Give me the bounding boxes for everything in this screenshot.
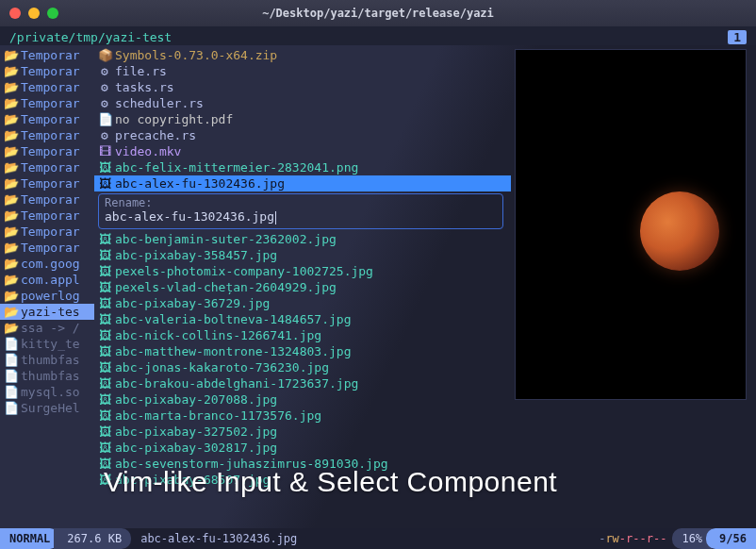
file-item-label: precache.rs bbox=[115, 127, 196, 143]
parent-item-label: Temporar bbox=[21, 47, 80, 63]
file-item[interactable]: 🖼abc-pixabay-36729.jpg bbox=[94, 295, 511, 311]
parent-item-label: ssa -> / bbox=[21, 320, 80, 336]
parent-column[interactable]: 📂Temporar📂Temporar📂Temporar📂Temporar📂Tem… bbox=[0, 45, 94, 528]
file-item[interactable]: 🖼abc-matthew-montrone-1324803.jpg bbox=[94, 343, 511, 359]
parent-item[interactable]: 📂Temporar bbox=[0, 47, 94, 63]
parent-item[interactable]: 📂Temporar bbox=[0, 63, 94, 79]
folder-icon: 📂 bbox=[4, 175, 17, 191]
parent-item[interactable]: 📂Temporar bbox=[0, 143, 94, 159]
file-item-label: abc-marta-branco-1173576.jpg bbox=[115, 408, 321, 424]
parent-item[interactable]: 📂Temporar bbox=[0, 208, 94, 224]
file-item-label: abc-pixabay-302817.jpg bbox=[115, 440, 277, 456]
parent-item-label: thumbfas bbox=[21, 352, 80, 368]
parent-item[interactable]: 📂Temporar bbox=[0, 79, 94, 95]
file-item[interactable]: 🖼abc-pixabay-302817.jpg bbox=[94, 440, 511, 456]
minimize-icon[interactable] bbox=[28, 8, 40, 19]
file-item[interactable]: 📦Symbols-0.73.0-x64.zip bbox=[94, 47, 511, 63]
parent-item[interactable]: 📂Temporar bbox=[0, 127, 94, 143]
folder-icon: 📂 bbox=[4, 208, 17, 224]
archive-icon: 📦 bbox=[98, 47, 111, 63]
file-item-label: tasks.rs bbox=[115, 79, 174, 95]
file-item[interactable]: 🖼abc-pixabay-327502.jpg bbox=[94, 424, 511, 440]
status-permissions: -rw-r--r-- bbox=[589, 528, 672, 549]
parent-item[interactable]: 📂com.goog bbox=[0, 256, 94, 272]
image-icon: 🖼 bbox=[98, 263, 111, 279]
path-bar: /private/tmp/yazi-test 1 bbox=[0, 26, 756, 45]
file-item[interactable]: 📄no copyright.pdf bbox=[94, 111, 511, 127]
code-icon: ⚙ bbox=[98, 63, 111, 79]
parent-item[interactable]: 📂yazi-tes bbox=[0, 304, 94, 320]
parent-item[interactable]: 📄mysql.so bbox=[0, 384, 94, 400]
image-icon: 🖼 bbox=[98, 295, 111, 311]
parent-item-label: Temporar bbox=[21, 79, 80, 95]
file-item-label: abc-valeria-boltneva-1484657.jpg bbox=[115, 311, 351, 327]
parent-item[interactable]: 📄thumbfas bbox=[0, 352, 94, 368]
parent-item[interactable]: 📂Temporar bbox=[0, 175, 94, 191]
file-item[interactable]: 🖼abc-felix-mittermeier-2832041.png bbox=[94, 159, 511, 175]
file-item-label: no copyright.pdf bbox=[115, 111, 233, 127]
file-item[interactable]: 🖼abc-nick-collins-1266741.jpg bbox=[94, 327, 511, 343]
tab-indicator[interactable]: 1 bbox=[728, 30, 747, 44]
parent-item[interactable]: 📂Temporar bbox=[0, 224, 94, 240]
image-icon: 🖼 bbox=[98, 343, 111, 359]
file-item[interactable]: 🖼pexels-vlad-chețan-2604929.jpg bbox=[94, 279, 511, 295]
parent-item[interactable]: 📂Temporar bbox=[0, 191, 94, 208]
file-item[interactable]: 🖼abc-marta-branco-1173576.jpg bbox=[94, 408, 511, 424]
rename-input[interactable]: abc-alex-fu-1302436.jpg bbox=[105, 209, 497, 225]
parent-item[interactable]: 📂Temporar bbox=[0, 111, 94, 127]
file-icon: 📄 bbox=[4, 352, 17, 368]
file-item[interactable]: ⚙file.rs bbox=[94, 63, 511, 79]
close-icon[interactable] bbox=[9, 8, 21, 19]
file-item-label: abc-felix-mittermeier-2832041.png bbox=[115, 159, 358, 175]
file-item[interactable]: 🖼abc-pixabay-358457.jpg bbox=[94, 247, 511, 263]
parent-item-label: Temporar bbox=[21, 240, 80, 256]
parent-item-label: Temporar bbox=[21, 111, 80, 127]
main-area: 📂Temporar📂Temporar📂Temporar📂Temporar📂Tem… bbox=[0, 45, 756, 528]
preview-column bbox=[511, 45, 756, 528]
pdf-icon: 📄 bbox=[98, 111, 111, 127]
parent-item[interactable]: 📂Temporar bbox=[0, 240, 94, 256]
file-item-label: abc-pixabay-68507.jpg bbox=[115, 472, 270, 488]
zoom-icon[interactable] bbox=[47, 8, 58, 19]
file-item-label: abc-pixabay-36729.jpg bbox=[115, 295, 270, 311]
folder-icon: 📂 bbox=[4, 159, 17, 175]
files-column[interactable]: 📦Symbols-0.73.0-x64.zip⚙file.rs⚙tasks.rs… bbox=[94, 45, 511, 528]
folder-icon: 📂 bbox=[4, 127, 17, 143]
traffic-lights bbox=[9, 8, 58, 19]
file-item[interactable]: 🖼abc-pixabay-207088.jpg bbox=[94, 391, 511, 408]
parent-item[interactable]: 📄SurgeHel bbox=[0, 400, 94, 416]
parent-item-label: Temporar bbox=[21, 208, 80, 224]
file-item[interactable]: ⚙scheduler.rs bbox=[94, 95, 511, 111]
folder-icon: 📂 bbox=[4, 240, 17, 256]
file-item[interactable]: 🖼abc-alex-fu-1302436.jpg bbox=[94, 175, 511, 191]
file-item[interactable]: 🖼pexels-photomix-company-1002725.jpg bbox=[94, 263, 511, 279]
file-item[interactable]: 🖼abc-jonas-kakaroto-736230.jpg bbox=[94, 359, 511, 375]
file-item[interactable]: 🖼abc-benjamin-suter-2362002.jpg bbox=[94, 231, 511, 247]
rename-input-box[interactable]: Rename:abc-alex-fu-1302436.jpg bbox=[98, 193, 503, 229]
file-item-label: scheduler.rs bbox=[115, 95, 204, 111]
folder-icon: 📂 bbox=[4, 304, 17, 320]
file-icon: 📄 bbox=[4, 368, 17, 384]
file-item[interactable]: 🖼abc-valeria-boltneva-1484657.jpg bbox=[94, 311, 511, 327]
file-item[interactable]: ⚙precache.rs bbox=[94, 127, 511, 143]
folder-icon: 📂 bbox=[4, 95, 17, 111]
parent-item-label: kitty_te bbox=[21, 336, 80, 352]
parent-item[interactable]: 📂powerlog bbox=[0, 288, 94, 304]
file-item[interactable]: 🖼abc-sevenstorm-juhaszimrus-891030.jpg bbox=[94, 456, 511, 472]
parent-item[interactable]: 📄thumbfas bbox=[0, 368, 94, 384]
parent-item[interactable]: 📂ssa -> / bbox=[0, 320, 94, 336]
image-icon: 🖼 bbox=[98, 375, 111, 391]
file-item[interactable]: 🖼abc-pixabay-68507.jpg bbox=[94, 472, 511, 488]
file-item[interactable]: 🎞video.mkv bbox=[94, 143, 511, 159]
parent-item[interactable]: 📂com.appl bbox=[0, 272, 94, 288]
parent-item[interactable]: 📂Temporar bbox=[0, 95, 94, 111]
file-item[interactable]: ⚙tasks.rs bbox=[94, 79, 511, 95]
image-icon: 🖼 bbox=[98, 408, 111, 424]
file-icon: 📄 bbox=[4, 384, 17, 400]
folder-icon: 📂 bbox=[4, 47, 17, 63]
parent-item-label: mysql.so bbox=[21, 384, 80, 400]
window-title: ~/Desktop/yazi/target/release/yazi bbox=[0, 7, 756, 20]
file-item[interactable]: 🖼abc-brakou-abdelghani-1723637.jpg bbox=[94, 375, 511, 391]
parent-item[interactable]: 📂Temporar bbox=[0, 159, 94, 175]
parent-item[interactable]: 📄kitty_te bbox=[0, 336, 94, 352]
